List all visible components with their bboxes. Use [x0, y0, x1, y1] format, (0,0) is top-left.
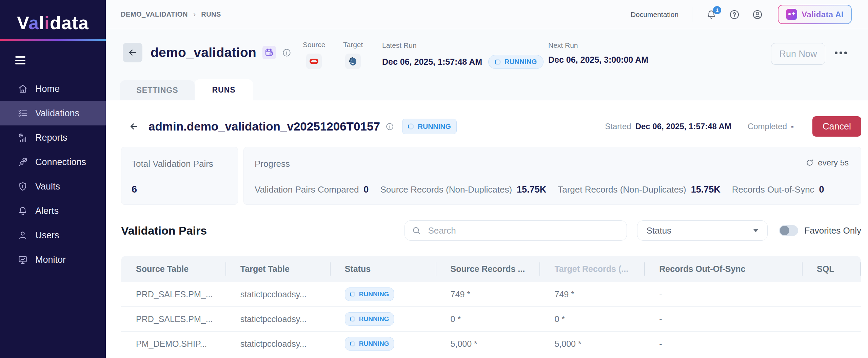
- sidebar-item-label: Validations: [35, 108, 79, 119]
- favorites-only-toggle[interactable]: [779, 225, 798, 236]
- total-pairs-label: Total Validation Pairs: [132, 159, 228, 169]
- run-now-button[interactable]: Run Now: [771, 43, 825, 65]
- col-target-table[interactable]: Target Table: [225, 256, 330, 282]
- run-detail-row: admin.demo_validation_v20251206T0157 RUN…: [121, 116, 861, 137]
- cell-source-records: 0 *: [436, 314, 540, 324]
- target-connection: Target: [343, 41, 363, 69]
- menu-toggle-icon[interactable]: [15, 56, 25, 64]
- notifications-button[interactable]: 1: [706, 9, 717, 20]
- run-meta: Started Dec 06, 2025, 1:57:48 AM Complet…: [605, 116, 861, 137]
- status-filter-dropdown[interactable]: Status: [637, 220, 768, 241]
- sidebar: Validata Home Validations Reports Connec…: [0, 0, 106, 358]
- sidebar-item-label: Reports: [35, 133, 67, 143]
- arrow-left-icon: [129, 121, 139, 132]
- topbar-divider: [692, 7, 692, 22]
- runs-content: admin.demo_validation_v20251206T0157 RUN…: [106, 100, 868, 358]
- info-icon: [282, 48, 291, 57]
- oracle-icon: [306, 54, 322, 69]
- validation-title-row: demo_validation: [123, 43, 291, 62]
- cell-target-table: statictpccloadsy...: [225, 339, 330, 349]
- home-icon: [18, 84, 28, 94]
- col-source-records[interactable]: Source Records ...: [436, 256, 540, 282]
- table-header-row: Source Table Target Table Status Source …: [121, 256, 861, 282]
- notification-count-badge: 1: [713, 6, 721, 14]
- documentation-link[interactable]: Documentation: [631, 11, 678, 19]
- table-row[interactable]: PRD_SALES.PM_... statictpccloadsy... RUN…: [121, 282, 861, 307]
- help-button[interactable]: [729, 9, 740, 20]
- toggle-knob: [780, 226, 789, 235]
- progress-metrics: Validation Pairs Compared 0 Source Recor…: [255, 184, 850, 195]
- breadcrumb-current[interactable]: RUNS: [201, 11, 221, 18]
- next-run-block: Next Run Dec 06, 2025, 3:00:00 AM: [548, 41, 648, 65]
- sidebar-item-label: Alerts: [35, 206, 59, 216]
- metric-pairs-compared: Validation Pairs Compared 0: [255, 184, 369, 195]
- source-label: Source: [303, 41, 326, 49]
- sidebar-item-monitor[interactable]: Monitor: [0, 247, 106, 272]
- tab-settings[interactable]: SETTINGS: [120, 80, 195, 100]
- total-pairs-value: 6: [132, 184, 228, 195]
- cell-out-of-sync: -: [644, 339, 802, 349]
- status-filter-label: Status: [646, 225, 671, 236]
- sidebar-item-home[interactable]: Home: [0, 77, 106, 101]
- validata-logo: Validata: [0, 0, 106, 39]
- more-options-button[interactable]: [835, 52, 847, 54]
- table-row[interactable]: PRD_SALES.PM_... statictpccloadsy... RUN…: [121, 307, 861, 332]
- sidebar-item-connections[interactable]: Connections: [0, 150, 106, 174]
- sidebar-item-label: Users: [35, 230, 59, 241]
- sidebar-item-users[interactable]: Users: [0, 223, 106, 247]
- sidebar-item-validations[interactable]: Validations: [0, 101, 106, 125]
- account-button[interactable]: [752, 9, 763, 20]
- run-info-button[interactable]: [386, 122, 394, 131]
- tab-runs[interactable]: RUNS: [195, 79, 253, 100]
- back-button[interactable]: [123, 43, 142, 62]
- target-label: Target: [343, 41, 363, 49]
- cell-source-records: 5,000 *: [436, 339, 540, 349]
- cancel-button[interactable]: Cancel: [812, 116, 861, 137]
- refresh-icon[interactable]: [806, 159, 814, 167]
- app-window: Validata Home Validations Reports Connec…: [0, 0, 868, 358]
- spinner-icon: [350, 341, 355, 346]
- top-bar: DEMO_VALIDATION › RUNS Documentation 1: [106, 0, 868, 29]
- validation-header: demo_validation Source Target Latest: [106, 29, 868, 100]
- cell-target-records: 749 *: [539, 290, 644, 299]
- col-source-table[interactable]: Source Table: [121, 256, 225, 282]
- started-time: Dec 06, 2025, 1:57:48 AM: [635, 122, 731, 131]
- total-pairs-card: Total Validation Pairs 6: [121, 147, 238, 205]
- refresh-interval-label: every 5s: [818, 158, 849, 167]
- spinner-icon: [350, 292, 355, 297]
- validation-info-button[interactable]: [282, 48, 291, 57]
- col-sql[interactable]: SQL: [802, 256, 861, 282]
- breadcrumb-parent[interactable]: DEMO_VALIDATION: [121, 11, 188, 18]
- spinner-icon: [495, 59, 501, 65]
- cell-out-of-sync: -: [644, 314, 802, 324]
- validata-ai-button[interactable]: ✦ Validata AI: [778, 5, 852, 24]
- validation-title: demo_validation: [151, 45, 256, 60]
- sidebar-item-reports[interactable]: Reports: [0, 125, 106, 150]
- search-input[interactable]: [428, 225, 620, 236]
- cell-source-records: 749 *: [436, 290, 540, 299]
- schedule-button[interactable]: [262, 46, 276, 59]
- metric-target-records: Target Records (Non-Duplicates) 15.75K: [558, 184, 721, 195]
- spinner-icon: [408, 123, 414, 130]
- sidebar-item-alerts[interactable]: Alerts: [0, 199, 106, 223]
- col-records-out-of-sync[interactable]: Records Out-Of-Sync: [644, 256, 802, 282]
- table-row[interactable]: PM_DEMO.SHIP... statictpccloadsy... RUNN…: [121, 332, 861, 356]
- sidebar-item-label: Home: [35, 84, 60, 94]
- sidebar-item-vaults[interactable]: Vaults: [0, 174, 106, 199]
- validations-icon: [18, 108, 28, 118]
- refresh-interval: every 5s: [806, 158, 849, 167]
- progress-card: Progress every 5s Validation Pairs Compa…: [243, 147, 861, 205]
- cell-target-records: 0 *: [539, 314, 644, 324]
- spinner-icon: [350, 316, 355, 322]
- latest-run-time: Dec 06, 2025, 1:57:48 AM: [382, 57, 482, 67]
- run-back-button[interactable]: [129, 121, 139, 132]
- sidebar-nav: Home Validations Reports Connections Vau…: [0, 77, 106, 272]
- sidebar-item-label: Vaults: [35, 181, 60, 192]
- col-target-records[interactable]: Target Records (...: [539, 256, 644, 282]
- next-run-label: Next Run: [548, 41, 648, 49]
- search-icon: [412, 226, 421, 235]
- col-status[interactable]: Status: [330, 256, 436, 282]
- pairs-section-header: Validation Pairs Status Favorites Only: [121, 220, 861, 241]
- calendar-sync-icon: [264, 48, 274, 57]
- bell-icon: [18, 206, 28, 216]
